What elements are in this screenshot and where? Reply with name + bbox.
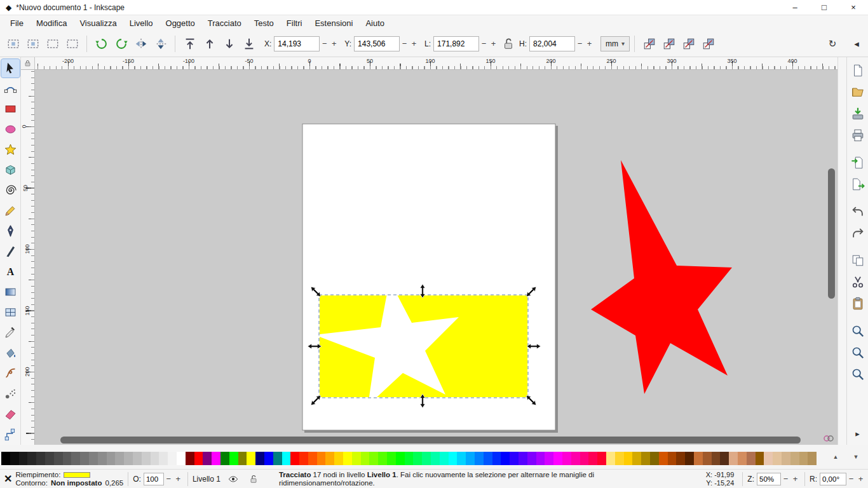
palette-swatch[interactable]	[115, 452, 124, 465]
palette-swatch[interactable]	[133, 452, 142, 465]
gradient-tool-button[interactable]	[1, 283, 20, 301]
palette-swatch[interactable]	[405, 452, 414, 465]
palette-swatch[interactable]	[492, 452, 501, 465]
undo-button[interactable]	[849, 203, 867, 220]
menu-visualizza[interactable]: Visualizza	[73, 17, 123, 30]
zoom-plus-button[interactable]: +	[790, 474, 800, 484]
palette-swatch[interactable]	[186, 452, 194, 465]
palette-swatch[interactable]	[124, 452, 133, 465]
menu-testo[interactable]: Testo	[248, 17, 280, 30]
palette-swatch[interactable]	[89, 452, 98, 465]
horizontal-ruler[interactable]: -200-150-100-50050100150200250300350400	[35, 57, 837, 70]
layer-lock-toggle[interactable]	[246, 472, 261, 486]
opacity-input[interactable]	[144, 473, 164, 485]
stroke-none-indicator[interactable]: ✕	[4, 473, 12, 485]
y-minus-button[interactable]: −	[400, 39, 409, 48]
close-button[interactable]: ×	[839, 0, 868, 15]
spiral-tool-button[interactable]	[1, 181, 20, 200]
color-management-icon[interactable]	[824, 436, 833, 441]
palette-swatch[interactable]	[422, 452, 431, 465]
palette-swatch[interactable]	[212, 452, 220, 465]
commands-more-button[interactable]: ▸	[855, 429, 860, 438]
import-button[interactable]	[849, 154, 867, 172]
palette-swatch[interactable]	[264, 452, 273, 465]
menu-filtri[interactable]: Filtri	[280, 17, 309, 30]
fill-stroke-indicator[interactable]: Riempimento: Contorno: Non impostato 0,2…	[15, 471, 123, 487]
palette-swatch[interactable]	[668, 452, 677, 465]
calligraphy-tool-button[interactable]	[1, 242, 20, 261]
width-minus-button[interactable]: −	[479, 39, 489, 48]
opacity-plus-button[interactable]: +	[173, 474, 183, 484]
deselect-button[interactable]	[43, 34, 62, 53]
x-input[interactable]	[274, 36, 320, 51]
palette-swatch[interactable]	[194, 452, 203, 465]
palette-swatch[interactable]	[142, 452, 151, 465]
palette-swatch[interactable]	[632, 452, 641, 465]
palette-swatch[interactable]	[273, 452, 282, 465]
palette-swatch[interactable]	[519, 452, 527, 465]
height-input[interactable]	[529, 36, 575, 51]
vertical-ruler[interactable]: 050100150200	[21, 70, 35, 445]
palette-swatch[interactable]	[588, 452, 597, 465]
palette-swatch[interactable]	[475, 452, 484, 465]
palette-swatch[interactable]	[606, 452, 615, 465]
palette-swatch[interactable]	[808, 452, 817, 465]
palette-swatch[interactable]	[27, 452, 36, 465]
rotation-plus-button[interactable]: +	[856, 474, 865, 484]
copy-button[interactable]	[849, 252, 867, 269]
document-new-button[interactable]	[849, 62, 867, 79]
palette-swatch[interactable]	[290, 452, 299, 465]
palette-swatch[interactable]	[790, 452, 799, 465]
rotation-minus-button[interactable]: −	[846, 474, 856, 484]
selector-tool-button[interactable]	[1, 59, 20, 78]
palette-swatch[interactable]	[159, 452, 168, 465]
scale-corners-button[interactable]	[659, 34, 679, 53]
menu-oggetto[interactable]: Oggetto	[159, 17, 201, 30]
export-button[interactable]	[849, 175, 867, 193]
palette-swatch[interactable]	[712, 452, 721, 465]
palette-swatch[interactable]	[738, 452, 747, 465]
palette-swatch[interactable]	[747, 452, 756, 465]
palette-swatch[interactable]	[694, 452, 703, 465]
palette-swatch[interactable]	[676, 452, 685, 465]
palette-swatch[interactable]	[764, 452, 773, 465]
palette-swatch[interactable]	[247, 452, 255, 465]
palette-swatch[interactable]	[799, 452, 808, 465]
rect-tool-button[interactable]	[1, 100, 20, 118]
palette-swatch[interactable]	[238, 452, 247, 465]
selected-object[interactable]	[315, 280, 527, 405]
lower-to-bottom-button[interactable]	[239, 34, 259, 53]
palette-swatch[interactable]	[282, 452, 291, 465]
palette-swatch[interactable]	[334, 452, 343, 465]
palette-swatch[interactable]	[685, 452, 694, 465]
palette-swatch[interactable]	[536, 452, 545, 465]
palette-swatch[interactable]	[80, 452, 89, 465]
layer-selector[interactable]: Livello 1	[193, 475, 220, 484]
palette-scroll-up-button[interactable]: ▲	[830, 454, 841, 460]
layer-visibility-toggle[interactable]	[226, 472, 241, 486]
x-minus-button[interactable]: −	[320, 39, 329, 48]
palette-swatch[interactable]	[431, 452, 440, 465]
palette-swatch[interactable]	[352, 452, 361, 465]
pencil-tool-button[interactable]	[1, 201, 20, 220]
palette-swatch[interactable]	[19, 452, 28, 465]
opacity-minus-button[interactable]: −	[164, 474, 173, 484]
rotation-reset-button[interactable]: ↻	[824, 36, 841, 52]
palette-swatch[interactable]	[10, 452, 19, 465]
dropper-tool-button[interactable]	[1, 323, 20, 342]
eraser-tool-button[interactable]	[1, 405, 20, 423]
palette-swatch[interactable]	[1, 452, 10, 465]
y-plus-button[interactable]: +	[409, 39, 419, 48]
palette-swatch[interactable]	[71, 452, 80, 465]
palette-swatch[interactable]	[54, 452, 63, 465]
mesh-tool-button[interactable]	[1, 303, 20, 322]
palette-swatch[interactable]	[413, 452, 422, 465]
palette-swatch[interactable]	[325, 452, 334, 465]
palette-swatch[interactable]	[107, 452, 116, 465]
spray-tool-button[interactable]	[1, 384, 20, 403]
palette-swatch[interactable]	[466, 452, 475, 465]
palette-swatch[interactable]	[396, 452, 405, 465]
zoom-minus-button[interactable]: −	[781, 474, 790, 484]
star-tool-button[interactable]	[1, 140, 20, 159]
palette-swatch[interactable]	[703, 452, 712, 465]
